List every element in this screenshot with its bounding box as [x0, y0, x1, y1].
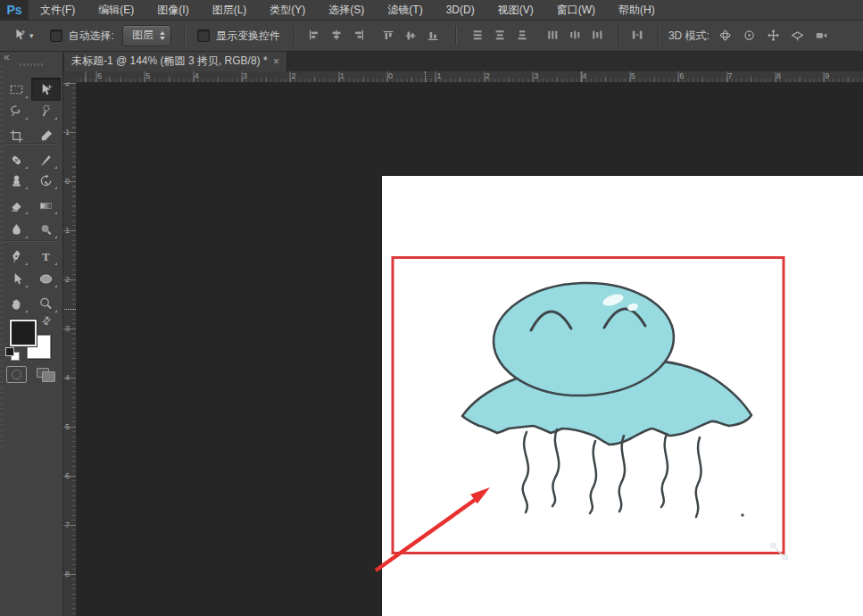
tool-move[interactable] [31, 78, 61, 101]
camera-3d-button[interactable] [813, 27, 831, 45]
distribute-left-button[interactable] [544, 27, 562, 45]
align-center-horizontal-icon [329, 29, 344, 43]
flyout-triangle-icon [54, 117, 57, 120]
chevron-down-icon[interactable]: ▾ [29, 31, 34, 40]
tool-blur[interactable] [3, 219, 29, 240]
align-middle-button[interactable] [402, 27, 420, 45]
tool-brush[interactable] [32, 149, 59, 171]
align-top-icon [382, 29, 396, 43]
zoom-icon [38, 296, 54, 312]
type-icon: T [38, 249, 54, 264]
align-bottom-button[interactable] [425, 27, 443, 45]
flyout-triangle-icon [54, 187, 57, 189]
vertical-ruler: 21012345678 [62, 82, 77, 616]
document-tab-title: 未标题-1 @ 144% (椭圆 3 拷贝, RGB/8) * [71, 54, 268, 69]
flyout-triangle-icon [54, 285, 57, 287]
spot-healing-brush-icon [9, 153, 24, 168]
align-right-icon [352, 29, 366, 43]
tool-lasso[interactable] [3, 100, 29, 121]
screen-mode-button[interactable] [37, 366, 56, 381]
tool-type[interactable]: T [32, 246, 59, 267]
close-icon[interactable]: × [268, 55, 279, 68]
align-center-horizontal-button[interactable] [328, 27, 345, 45]
distribute-top-button[interactable] [469, 27, 487, 45]
foreground-color-swatch[interactable] [10, 320, 37, 346]
tool-pen[interactable] [3, 246, 29, 267]
flyout-triangle-icon [54, 212, 57, 214]
h-ruler-number: 1 [340, 71, 344, 80]
quick-mask-button[interactable] [6, 366, 27, 383]
h-ruler-number: 7 [728, 71, 733, 80]
pen-icon [9, 249, 24, 264]
show-transform-checkbox[interactable] [197, 29, 210, 42]
distribute-bottom-icon [516, 29, 530, 43]
distribute-middle-button[interactable] [492, 27, 510, 45]
clone-stamp-icon [9, 173, 24, 188]
distribute-right-button[interactable] [589, 27, 607, 45]
auto-select-checkbox[interactable] [50, 29, 62, 42]
lasso-icon [9, 104, 24, 119]
tool-zoom[interactable] [32, 293, 59, 314]
distribute-center-button[interactable] [567, 27, 585, 45]
align-right-button[interactable] [350, 27, 368, 45]
pan-3d-button[interactable] [765, 27, 783, 45]
menu-item-10[interactable]: 窗口(W) [545, 0, 607, 20]
roll-3d-icon [743, 29, 757, 43]
v-ruler-number: 1 [65, 128, 70, 137]
menu-item-5[interactable]: 类型(Y) [258, 0, 317, 20]
v-ruler-number: 3 [65, 324, 70, 333]
ruler-cursor-marker [62, 309, 76, 310]
h-ruler-number: 9 [825, 71, 829, 80]
flyout-triangle-icon [25, 310, 28, 312]
menu-item-4[interactable]: 图层(L) [201, 0, 259, 20]
tool-spot-healing-brush[interactable] [3, 149, 29, 171]
tool-gradient[interactable] [32, 195, 59, 216]
canvas-workspace[interactable] [76, 82, 863, 616]
flyout-triangle-icon [25, 96, 28, 98]
tool-clone-stamp[interactable] [3, 170, 29, 191]
tool-dodge[interactable] [32, 219, 59, 240]
options-bar: ▾ 自动选择: 图层 显示变换控件 3D 模式: [0, 21, 863, 52]
slide-3d-button[interactable] [789, 27, 807, 45]
menu-item-2[interactable]: 编辑(E) [87, 0, 145, 20]
default-colors-icon[interactable] [5, 347, 21, 361]
swap-colors-icon[interactable]: ⇄ [39, 312, 54, 328]
mode-3d-label: 3D 模式: [668, 29, 709, 44]
align-bottom-icon [427, 29, 441, 43]
menu-item-11[interactable]: 帮助(H) [607, 0, 667, 20]
svg-text:T: T [42, 249, 50, 262]
menu-item-3[interactable]: 图像(I) [145, 0, 200, 20]
rectangular-marquee-icon [9, 82, 24, 97]
auto-select-label: 自动选择: [69, 29, 114, 44]
document-tab[interactable]: 未标题-1 @ 144% (椭圆 3 拷贝, RGB/8) * × [64, 51, 287, 71]
tool-history-brush[interactable] [32, 170, 59, 191]
orbit-3d-button[interactable] [717, 27, 734, 45]
stray-dot [741, 513, 743, 516]
distribute-bottom-button[interactable] [514, 27, 532, 45]
align-top-button[interactable] [380, 27, 398, 45]
menu-item-9[interactable]: 视图(V) [486, 0, 545, 20]
collapse-panel-icon[interactable]: « [4, 51, 8, 63]
tool-ellipse-shape[interactable] [32, 268, 59, 289]
tool-quick-selection[interactable] [32, 100, 59, 121]
panel-grip-dots[interactable] [20, 63, 45, 66]
layer-scope-dropdown[interactable]: 图层 [122, 25, 171, 46]
h-ruler-number: 4 [583, 71, 587, 80]
align-left-button[interactable] [305, 27, 323, 45]
tool-path-selection[interactable] [3, 268, 29, 289]
tool-eraser[interactable] [3, 195, 29, 216]
mode-3d-buttons [717, 27, 831, 45]
menu-item-1[interactable]: 文件(F) [29, 0, 87, 20]
blur-icon [9, 222, 24, 237]
roll-3d-button[interactable] [741, 27, 759, 45]
eyedropper-icon [38, 129, 54, 144]
tool-rectangular-marquee[interactable] [3, 79, 29, 100]
tool-hand[interactable] [3, 293, 29, 314]
menu-item-8[interactable]: 3D(D) [435, 0, 486, 20]
menu-item-6[interactable]: 选择(S) [317, 0, 376, 20]
move-tool-preset[interactable] [12, 28, 27, 45]
h-ruler-number: 3 [534, 71, 538, 80]
hand-icon [9, 296, 24, 312]
distribute-spacing-button[interactable] [629, 27, 647, 45]
menu-item-7[interactable]: 滤镜(T) [376, 0, 434, 20]
